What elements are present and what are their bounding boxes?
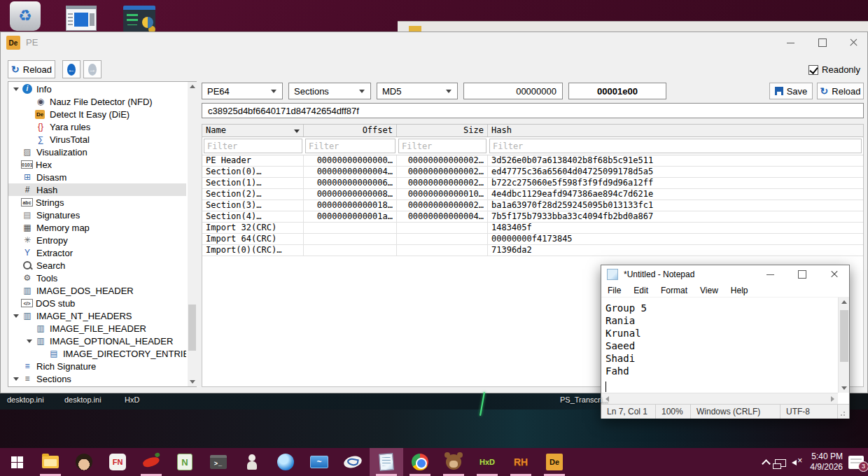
clock[interactable]: 5:40 PM 4/9/2026 bbox=[810, 451, 843, 472]
sidebar-item-disasm[interactable]: ⊞Disasm bbox=[8, 171, 186, 183]
taskbar-file-explorer[interactable] bbox=[34, 448, 67, 476]
sidebar-item-strings[interactable]: abcStrings bbox=[8, 196, 186, 209]
checkbox-checked-icon[interactable] bbox=[808, 65, 818, 75]
taskbar-monitor-app[interactable]: ~ bbox=[302, 448, 336, 476]
menu-file[interactable]: File bbox=[601, 284, 627, 297]
sidebar-scrollbar[interactable] bbox=[188, 82, 197, 386]
maximize-button[interactable] bbox=[788, 265, 817, 284]
sidebar-item-entropy[interactable]: ✳Entropy bbox=[8, 234, 186, 246]
offset-field[interactable] bbox=[463, 83, 563, 99]
taskbar-portrait-app[interactable] bbox=[67, 448, 101, 476]
reload-button[interactable]: ↻ Reload bbox=[8, 60, 55, 78]
expander-icon[interactable] bbox=[11, 377, 21, 381]
scrollbar-thumb[interactable] bbox=[840, 310, 848, 362]
save-button[interactable]: Save bbox=[769, 83, 813, 99]
scroll-up-icon[interactable] bbox=[188, 82, 197, 91]
column-offset[interactable]: Offset bbox=[304, 125, 397, 136]
column-hash[interactable]: Hash bbox=[488, 125, 863, 136]
taskbar-notepad-plus-plus[interactable]: N bbox=[168, 448, 202, 476]
sidebar-item-tools[interactable]: ⚙Tools bbox=[8, 272, 186, 284]
scroll-right-icon[interactable] bbox=[827, 393, 838, 405]
filter-name-input[interactable] bbox=[204, 139, 302, 153]
scroll-down-icon[interactable] bbox=[839, 384, 849, 393]
sidebar-item-dos-stub[interactable]: </>DOS stub bbox=[8, 297, 186, 309]
table-row[interactable]: Import 64(CRC)00000000f4173845 bbox=[202, 234, 863, 245]
sidebar-item-sections[interactable]: ≡Sections bbox=[8, 372, 186, 385]
scroll-down-icon[interactable] bbox=[188, 377, 197, 386]
minimize-button[interactable] bbox=[775, 32, 806, 53]
algorithm-combo[interactable]: MD5 bbox=[377, 83, 458, 99]
taskbar-fn-app[interactable]: FN bbox=[101, 448, 134, 476]
desktop-item-label[interactable]: desktop.ini bbox=[7, 396, 44, 404]
back-button[interactable]: ← bbox=[62, 60, 80, 78]
expander-icon[interactable] bbox=[24, 340, 34, 343]
notification-center-icon[interactable]: 3 bbox=[848, 456, 864, 469]
desktop-item-label[interactable]: PS_Transcri... bbox=[560, 396, 608, 404]
sidebar-item-hash[interactable]: #Hash bbox=[8, 183, 186, 196]
tray-expand-icon[interactable] bbox=[762, 459, 771, 468]
sort-down-icon[interactable] bbox=[294, 130, 300, 133]
desktop-item-label[interactable]: HxD bbox=[125, 396, 139, 404]
table-header[interactable]: Name Offset Size Hash bbox=[202, 125, 863, 137]
sidebar-item-image-directory-entries[interactable]: ▤IMAGE_DIRECTORY_ENTRIES bbox=[8, 347, 186, 360]
network-icon[interactable] bbox=[775, 459, 786, 467]
sidebar-item-yara-rules[interactable]: {}Yara rules bbox=[8, 120, 186, 133]
scrollbar-thumb[interactable] bbox=[188, 304, 196, 351]
taskbar-start-button[interactable] bbox=[0, 448, 34, 476]
taskbar-chrome[interactable] bbox=[403, 448, 437, 476]
filter-offset-input[interactable] bbox=[305, 139, 396, 153]
sidebar-item-detect-it-easy[interactable]: DeDetect It Easy (DiE) bbox=[8, 108, 186, 120]
menu-help[interactable]: Help bbox=[724, 284, 755, 297]
filter-size-input[interactable] bbox=[398, 139, 486, 153]
expander-icon[interactable] bbox=[11, 88, 21, 91]
sidebar-item-hex[interactable]: 0101Hex bbox=[8, 158, 186, 171]
table-row[interactable]: Import(0)(CRC)…71396da2 bbox=[202, 245, 863, 256]
minimize-button[interactable] bbox=[755, 265, 785, 284]
notepad-vertical-scrollbar[interactable] bbox=[838, 298, 849, 393]
table-row[interactable]: Section(3)…00000000000018…00000000000002… bbox=[202, 200, 863, 211]
maximize-button[interactable] bbox=[807, 32, 838, 53]
filter-hash-input[interactable] bbox=[489, 139, 862, 153]
sidebar-item-info[interactable]: iInfo bbox=[8, 83, 186, 95]
menu-edit[interactable]: Edit bbox=[627, 284, 654, 297]
desktop-item-label[interactable]: desktop.ini bbox=[64, 396, 102, 404]
table-row[interactable]: Section(2)…00000000000008…00000000000010… bbox=[202, 189, 863, 200]
sidebar-item-image-optional-header[interactable]: ▥IMAGE_OPTIONAL_HEADER bbox=[8, 335, 186, 347]
volume-muted-icon[interactable] bbox=[792, 457, 804, 467]
notepad-text-area[interactable]: Group 5RaniaKrunalSaeedShadiFahd CCSC 47… bbox=[601, 298, 838, 393]
sidebar-item-nauz-file-detector[interactable]: ◉Nauz File Detector (NFD) bbox=[8, 95, 186, 108]
sidebar-item-search[interactable]: Search bbox=[8, 259, 186, 272]
size-field[interactable] bbox=[568, 83, 666, 99]
scope-combo[interactable]: Sections bbox=[288, 83, 371, 99]
menu-format[interactable]: Format bbox=[654, 284, 694, 297]
sidebar-item-memory-map[interactable]: ▦Memory map bbox=[8, 221, 186, 234]
sidebar-item-image-dos-header[interactable]: ▥IMAGE_DOS_HEADER bbox=[8, 284, 186, 297]
reload-hash-button[interactable]: ↻ Reload bbox=[817, 83, 864, 99]
table-row[interactable]: Import 32(CRC)1483405f bbox=[202, 223, 863, 234]
taskbar-pepper-app[interactable] bbox=[134, 448, 168, 476]
notepad-titlebar[interactable]: *Untitled - Notepad bbox=[601, 265, 849, 284]
notepad-horizontal-scrollbar[interactable] bbox=[601, 393, 838, 404]
sidebar-item-signatures[interactable]: ▤Signatures bbox=[8, 209, 186, 221]
document-app-icon[interactable] bbox=[66, 6, 97, 31]
close-button[interactable] bbox=[838, 32, 868, 53]
taskbar-terminal-app[interactable]: >_ bbox=[202, 448, 235, 476]
taskbar-notepad-app[interactable] bbox=[370, 448, 403, 476]
readonly-checkbox[interactable]: Readonly bbox=[808, 64, 860, 75]
python-terminal-icon[interactable] bbox=[123, 6, 155, 32]
forward-button[interactable]: → bbox=[83, 60, 102, 78]
taskbar-blue-orb-app[interactable] bbox=[269, 448, 302, 476]
hash-result-field[interactable] bbox=[202, 103, 864, 118]
filetype-combo[interactable]: PE64 bbox=[202, 83, 283, 99]
table-row[interactable]: Section(0)…00000000000004…00000000000002… bbox=[202, 167, 863, 178]
sidebar-item-extractor[interactable]: YExtractor bbox=[8, 246, 186, 259]
sidebar-item-image-file-header[interactable]: ▥IMAGE_FILE_HEADER bbox=[8, 322, 186, 335]
sidebar-item-image-nt-headers[interactable]: ▥IMAGE_NT_HEADERS bbox=[8, 309, 186, 322]
taskbar-resource-hacker[interactable]: RH bbox=[504, 448, 538, 476]
scroll-up-icon[interactable] bbox=[839, 298, 849, 307]
die-titlebar[interactable]: De PE bbox=[1, 32, 867, 53]
resize-grip[interactable] bbox=[839, 405, 849, 419]
table-row[interactable]: Section(1)…00000000000006…00000000000002… bbox=[202, 178, 863, 189]
close-button[interactable] bbox=[820, 265, 849, 284]
column-name[interactable]: Name bbox=[202, 125, 304, 136]
